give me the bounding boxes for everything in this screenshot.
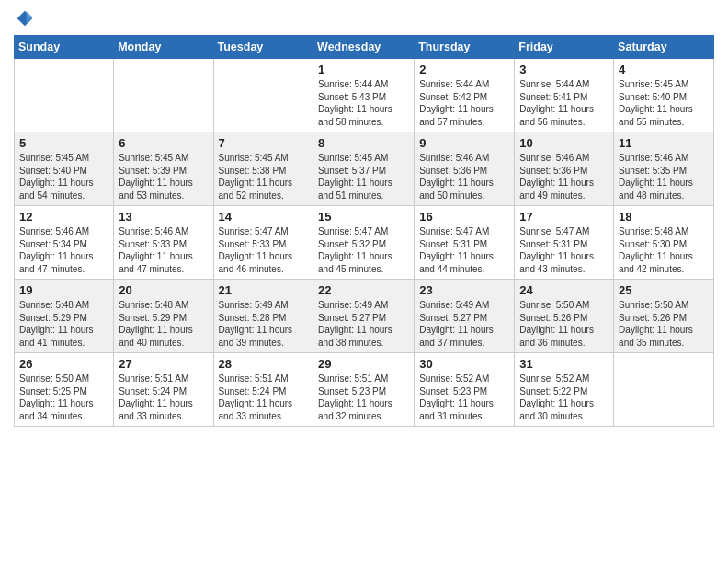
calendar-week: 12Sunrise: 5:46 AM Sunset: 5:34 PM Dayli… (15, 206, 714, 280)
day-info: Sunrise: 5:44 AM Sunset: 5:43 PM Dayligh… (318, 78, 409, 128)
day-number: 28 (219, 357, 309, 371)
day-number: 1 (318, 63, 409, 76)
day-info: Sunrise: 5:51 AM Sunset: 5:24 PM Dayligh… (119, 373, 208, 422)
day-info: Sunrise: 5:44 AM Sunset: 5:42 PM Dayligh… (419, 78, 509, 128)
calendar-week: 19Sunrise: 5:48 AM Sunset: 5:29 PM Dayli… (15, 280, 714, 353)
calendar: SundayMondayTuesdayWednesdayThursdayFrid… (14, 35, 714, 427)
day-number: 18 (619, 210, 709, 224)
logo (14, 9, 34, 28)
header-day: Friday (515, 36, 614, 59)
calendar-cell: 20Sunrise: 5:48 AM Sunset: 5:29 PM Dayli… (114, 280, 213, 353)
calendar-cell: 29Sunrise: 5:51 AM Sunset: 5:23 PM Dayli… (313, 353, 415, 427)
calendar-cell: 22Sunrise: 5:49 AM Sunset: 5:27 PM Dayli… (313, 280, 415, 353)
day-info: Sunrise: 5:52 AM Sunset: 5:22 PM Dayligh… (519, 373, 609, 422)
day-info: Sunrise: 5:51 AM Sunset: 5:24 PM Dayligh… (219, 373, 309, 422)
day-info: Sunrise: 5:48 AM Sunset: 5:29 PM Dayligh… (119, 299, 208, 349)
logo-icon (16, 9, 34, 28)
calendar-cell: 18Sunrise: 5:48 AM Sunset: 5:30 PM Dayli… (614, 206, 714, 280)
day-info: Sunrise: 5:45 AM Sunset: 5:40 PM Dayligh… (619, 78, 709, 128)
day-info: Sunrise: 5:46 AM Sunset: 5:35 PM Dayligh… (619, 152, 709, 201)
calendar-cell: 26Sunrise: 5:50 AM Sunset: 5:25 PM Dayli… (15, 353, 114, 427)
day-number: 5 (19, 136, 108, 150)
calendar-cell: 24Sunrise: 5:50 AM Sunset: 5:26 PM Dayli… (515, 280, 614, 353)
calendar-cell: 14Sunrise: 5:47 AM Sunset: 5:33 PM Dayli… (213, 206, 313, 280)
day-info: Sunrise: 5:45 AM Sunset: 5:38 PM Dayligh… (219, 152, 309, 201)
day-info: Sunrise: 5:44 AM Sunset: 5:41 PM Dayligh… (519, 78, 609, 128)
day-info: Sunrise: 5:50 AM Sunset: 5:26 PM Dayligh… (619, 299, 709, 349)
calendar-cell: 9Sunrise: 5:46 AM Sunset: 5:36 PM Daylig… (415, 132, 515, 206)
day-info: Sunrise: 5:47 AM Sunset: 5:32 PM Dayligh… (318, 225, 409, 275)
header-day: Tuesday (213, 36, 313, 59)
day-number: 2 (419, 63, 509, 76)
calendar-cell: 2Sunrise: 5:44 AM Sunset: 5:42 PM Daylig… (415, 59, 515, 132)
day-info: Sunrise: 5:50 AM Sunset: 5:25 PM Dayligh… (19, 373, 108, 422)
day-number: 21 (219, 283, 309, 297)
header-row: SundayMondayTuesdayWednesdayThursdayFrid… (15, 36, 714, 59)
day-number: 11 (619, 136, 709, 150)
day-number: 23 (419, 283, 509, 297)
day-number: 16 (419, 210, 509, 224)
calendar-cell: 30Sunrise: 5:52 AM Sunset: 5:23 PM Dayli… (415, 353, 515, 427)
calendar-cell: 28Sunrise: 5:51 AM Sunset: 5:24 PM Dayli… (213, 353, 313, 427)
day-info: Sunrise: 5:52 AM Sunset: 5:23 PM Dayligh… (419, 373, 509, 422)
header-day: Wednesday (313, 36, 415, 59)
day-info: Sunrise: 5:47 AM Sunset: 5:33 PM Dayligh… (219, 225, 309, 275)
day-number: 4 (619, 63, 709, 76)
day-number: 26 (19, 357, 108, 371)
header-day: Saturday (614, 36, 714, 59)
calendar-cell: 16Sunrise: 5:47 AM Sunset: 5:31 PM Dayli… (415, 206, 515, 280)
day-info: Sunrise: 5:46 AM Sunset: 5:34 PM Dayligh… (19, 225, 108, 275)
calendar-week: 5Sunrise: 5:45 AM Sunset: 5:40 PM Daylig… (15, 132, 714, 206)
day-number: 19 (19, 283, 108, 297)
day-info: Sunrise: 5:47 AM Sunset: 5:31 PM Dayligh… (419, 225, 509, 275)
day-info: Sunrise: 5:47 AM Sunset: 5:31 PM Dayligh… (519, 225, 609, 275)
calendar-cell: 27Sunrise: 5:51 AM Sunset: 5:24 PM Dayli… (114, 353, 213, 427)
day-number: 24 (519, 283, 609, 297)
day-number: 29 (318, 357, 409, 371)
day-number: 8 (318, 136, 409, 150)
day-number: 25 (619, 283, 709, 297)
day-number: 17 (519, 210, 609, 224)
calendar-cell (614, 353, 714, 427)
day-number: 7 (219, 136, 309, 150)
page: SundayMondayTuesdayWednesdayThursdayFrid… (0, 0, 728, 441)
calendar-cell: 23Sunrise: 5:49 AM Sunset: 5:27 PM Dayli… (415, 280, 515, 353)
day-info: Sunrise: 5:48 AM Sunset: 5:30 PM Dayligh… (619, 225, 709, 275)
calendar-cell (213, 59, 313, 132)
day-number: 20 (119, 283, 208, 297)
calendar-week: 26Sunrise: 5:50 AM Sunset: 5:25 PM Dayli… (15, 353, 714, 427)
calendar-cell: 12Sunrise: 5:46 AM Sunset: 5:34 PM Dayli… (15, 206, 114, 280)
day-info: Sunrise: 5:49 AM Sunset: 5:28 PM Dayligh… (219, 299, 309, 349)
header-day: Sunday (15, 36, 114, 59)
day-number: 13 (119, 210, 208, 224)
day-info: Sunrise: 5:46 AM Sunset: 5:36 PM Dayligh… (419, 152, 509, 201)
day-number: 6 (119, 136, 208, 150)
calendar-cell: 10Sunrise: 5:46 AM Sunset: 5:36 PM Dayli… (515, 132, 614, 206)
calendar-cell: 11Sunrise: 5:46 AM Sunset: 5:35 PM Dayli… (614, 132, 714, 206)
day-info: Sunrise: 5:50 AM Sunset: 5:26 PM Dayligh… (519, 299, 609, 349)
calendar-cell: 4Sunrise: 5:45 AM Sunset: 5:40 PM Daylig… (614, 59, 714, 132)
day-info: Sunrise: 5:49 AM Sunset: 5:27 PM Dayligh… (318, 299, 409, 349)
calendar-cell: 7Sunrise: 5:45 AM Sunset: 5:38 PM Daylig… (213, 132, 313, 206)
calendar-cell: 17Sunrise: 5:47 AM Sunset: 5:31 PM Dayli… (515, 206, 614, 280)
calendar-cell: 8Sunrise: 5:45 AM Sunset: 5:37 PM Daylig… (313, 132, 415, 206)
day-info: Sunrise: 5:45 AM Sunset: 5:40 PM Dayligh… (19, 152, 108, 201)
day-number: 3 (519, 63, 609, 76)
day-number: 22 (318, 283, 409, 297)
calendar-cell: 13Sunrise: 5:46 AM Sunset: 5:33 PM Dayli… (114, 206, 213, 280)
day-info: Sunrise: 5:46 AM Sunset: 5:33 PM Dayligh… (119, 225, 208, 275)
day-number: 9 (419, 136, 509, 150)
day-number: 15 (318, 210, 409, 224)
day-number: 12 (19, 210, 108, 224)
calendar-cell: 1Sunrise: 5:44 AM Sunset: 5:43 PM Daylig… (313, 59, 415, 132)
day-info: Sunrise: 5:45 AM Sunset: 5:37 PM Dayligh… (318, 152, 409, 201)
day-info: Sunrise: 5:49 AM Sunset: 5:27 PM Dayligh… (419, 299, 509, 349)
day-info: Sunrise: 5:51 AM Sunset: 5:23 PM Dayligh… (318, 373, 409, 422)
calendar-cell: 6Sunrise: 5:45 AM Sunset: 5:39 PM Daylig… (114, 132, 213, 206)
day-info: Sunrise: 5:45 AM Sunset: 5:39 PM Dayligh… (119, 152, 208, 201)
calendar-cell: 3Sunrise: 5:44 AM Sunset: 5:41 PM Daylig… (515, 59, 614, 132)
calendar-week: 1Sunrise: 5:44 AM Sunset: 5:43 PM Daylig… (15, 59, 714, 132)
calendar-cell: 25Sunrise: 5:50 AM Sunset: 5:26 PM Dayli… (614, 280, 714, 353)
day-number: 14 (219, 210, 309, 224)
day-number: 10 (519, 136, 609, 150)
